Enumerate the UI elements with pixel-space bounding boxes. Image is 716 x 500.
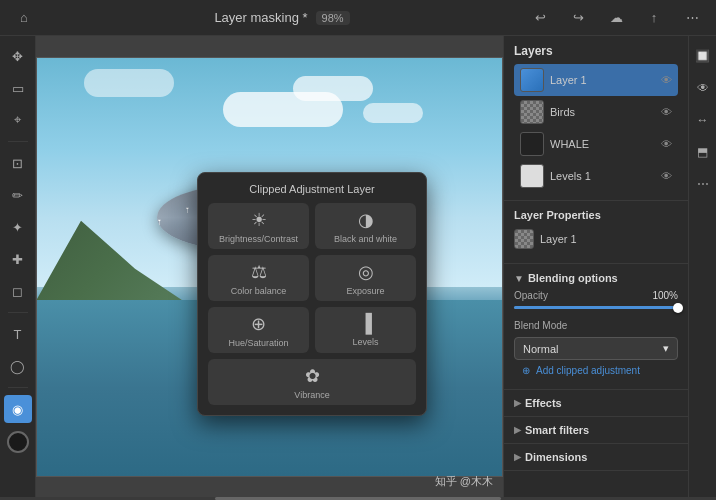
layer-properties-title: Layer Properties xyxy=(514,209,678,221)
dimensions-chevron: ▶ xyxy=(514,452,521,462)
birds-name: Birds xyxy=(550,106,655,118)
hue-saturation-item[interactable]: ⊕ Hue/Saturation xyxy=(208,307,309,353)
blend-mode-dropdown[interactable]: Normal ▾ xyxy=(514,337,678,360)
layer1-visibility[interactable]: 👁 xyxy=(661,74,672,86)
layer1-name: Layer 1 xyxy=(550,74,655,86)
eraser-tool[interactable]: ◻ xyxy=(4,277,32,305)
clipped-adjustment-popup: Clipped Adjustment Layer ☀ Brightness/Co… xyxy=(197,172,427,415)
exposure-item[interactable]: ◎ Exposure xyxy=(315,255,416,301)
blend-mode-value: Normal xyxy=(523,343,558,355)
canvas: 𐎂 𐎂 𐎂 𐎂 Clipped Adjustment Layer ☀ Brigh… xyxy=(36,57,503,477)
opacity-slider[interactable] xyxy=(514,306,678,309)
topbar-left: ⌂ xyxy=(10,4,38,32)
bird-1: 𐎂 xyxy=(186,204,190,216)
blending-chevron[interactable]: ▼ xyxy=(514,273,524,284)
vibrance-item[interactable]: ✿ Vibrance xyxy=(208,359,416,405)
selection-tool[interactable]: ▭ xyxy=(4,74,32,102)
lasso-tool[interactable]: ⌖ xyxy=(4,106,32,134)
levels-label: Levels xyxy=(352,337,378,348)
redo-button[interactable]: ↪ xyxy=(564,4,592,32)
levels1-thumb-wrap xyxy=(520,164,544,188)
topbar: ⌂ Layer masking * 98% ↩ ↪ ☁ ↑ ⋯ xyxy=(0,0,716,36)
birds-visibility[interactable]: 👁 xyxy=(661,106,672,118)
layer-item-levels1[interactable]: Levels 1 👁 xyxy=(514,160,678,192)
crop-tool[interactable]: ⊡ xyxy=(4,149,32,177)
type-tool[interactable]: T xyxy=(4,320,32,348)
black-white-icon: ◑ xyxy=(358,209,374,231)
whale-thumb xyxy=(520,132,544,156)
dimensions-section[interactable]: ▶ Dimensions xyxy=(504,444,688,471)
brush-tool[interactable]: ✏ xyxy=(4,181,32,209)
birds-thumb xyxy=(520,100,544,124)
levels-item[interactable]: ▐ Levels xyxy=(315,307,416,353)
layers-title: Layers xyxy=(514,44,678,58)
layer-item-whale[interactable]: WHALE 👁 xyxy=(514,128,678,160)
opacity-label: Opacity xyxy=(514,290,548,301)
exposure-icon: ◎ xyxy=(358,261,374,283)
brightness-contrast-item[interactable]: ☀ Brightness/Contrast xyxy=(208,203,309,249)
levels-icon: ▐ xyxy=(359,313,372,334)
exposure-label: Exposure xyxy=(346,286,384,297)
color-balance-item[interactable]: ⚖ Color balance xyxy=(208,255,309,301)
popup-title: Clipped Adjustment Layer xyxy=(208,183,416,195)
hue-saturation-icon: ⊕ xyxy=(251,313,266,335)
color-picker-tool[interactable]: ◉ xyxy=(4,395,32,423)
effects-section[interactable]: ▶ Effects xyxy=(504,390,688,417)
color-balance-label: Color balance xyxy=(231,286,287,297)
add-clipped-label: Add clipped adjustment xyxy=(536,365,640,376)
mask-icon-button[interactable]: ⬒ xyxy=(689,138,717,166)
selected-layer-thumb xyxy=(514,229,534,249)
whale-name: WHALE xyxy=(550,138,655,150)
canvas-area[interactable]: 𐎂 𐎂 𐎂 𐎂 Clipped Adjustment Layer ☀ Brigh… xyxy=(36,36,503,497)
opacity-row: Opacity 100% xyxy=(514,290,678,301)
left-toolbar: ✥ ▭ ⌖ ⊡ ✏ ✦ ✚ ◻ T ◯ ◉ xyxy=(0,36,36,497)
layers-icon-button[interactable]: 🔲 xyxy=(689,42,717,70)
foreground-color-swatch[interactable] xyxy=(7,431,29,453)
layer1-thumb-wrap xyxy=(520,68,544,92)
heal-tool[interactable]: ✚ xyxy=(4,245,32,273)
blend-mode-chevron: ▾ xyxy=(663,342,669,355)
effects-label: Effects xyxy=(525,397,562,409)
share-button[interactable]: ↑ xyxy=(640,4,668,32)
black-white-item[interactable]: ◑ Black and white xyxy=(315,203,416,249)
cloud-3 xyxy=(363,103,423,123)
levels1-name: Levels 1 xyxy=(550,170,655,182)
selected-layer-preview: Layer 1 xyxy=(514,227,678,251)
effects-chevron: ▶ xyxy=(514,398,521,408)
shape-tool[interactable]: ◯ xyxy=(4,352,32,380)
more-icon-button[interactable]: ⋯ xyxy=(689,170,717,198)
bird-2: 𐎂 xyxy=(158,216,162,228)
layer-item-layer1[interactable]: Layer 1 👁 xyxy=(514,64,678,96)
visibility-icon-button[interactable]: 👁 xyxy=(689,74,717,102)
layers-list: Layer 1 👁 Birds 👁 WHALE 👁 xyxy=(514,64,678,192)
popup-grid: ☀ Brightness/Contrast ◑ Black and white … xyxy=(208,203,416,404)
main-layout: ✥ ▭ ⌖ ⊡ ✏ ✦ ✚ ◻ T ◯ ◉ xyxy=(0,36,716,497)
right-panel: Layers Layer 1 👁 Birds 👁 xyxy=(503,36,688,497)
whale-visibility[interactable]: 👁 xyxy=(661,138,672,150)
topbar-right: ↩ ↪ ☁ ↑ ⋯ xyxy=(526,4,706,32)
tool-divider-3 xyxy=(8,387,28,388)
levels1-visibility[interactable]: 👁 xyxy=(661,170,672,182)
clone-tool[interactable]: ✦ xyxy=(4,213,32,241)
home-button[interactable]: ⌂ xyxy=(10,4,38,32)
blend-mode-label: Blend Mode xyxy=(514,320,567,331)
cloud-4 xyxy=(84,69,174,97)
birds-thumb-wrap xyxy=(520,100,544,124)
layer1-thumb xyxy=(520,68,544,92)
layer-item-birds[interactable]: Birds 👁 xyxy=(514,96,678,128)
topbar-center: Layer masking * 98% xyxy=(214,10,349,25)
cloud-button[interactable]: ☁ xyxy=(602,4,630,32)
color-balance-icon: ⚖ xyxy=(251,261,267,283)
whale-thumb-wrap xyxy=(520,132,544,156)
levels1-thumb xyxy=(520,164,544,188)
brightness-icon: ☀ xyxy=(251,209,267,231)
move-tool[interactable]: ✥ xyxy=(4,42,32,70)
opacity-thumb[interactable] xyxy=(673,303,683,313)
undo-button[interactable]: ↩ xyxy=(526,4,554,32)
add-clipped-button[interactable]: ⊕ Add clipped adjustment xyxy=(514,360,678,381)
smart-filters-chevron: ▶ xyxy=(514,425,521,435)
smart-filters-section[interactable]: ▶ Smart filters xyxy=(504,417,688,444)
menu-button[interactable]: ⋯ xyxy=(678,4,706,32)
transform-icon-button[interactable]: ↔ xyxy=(689,106,717,134)
zoom-level[interactable]: 98% xyxy=(316,11,350,25)
